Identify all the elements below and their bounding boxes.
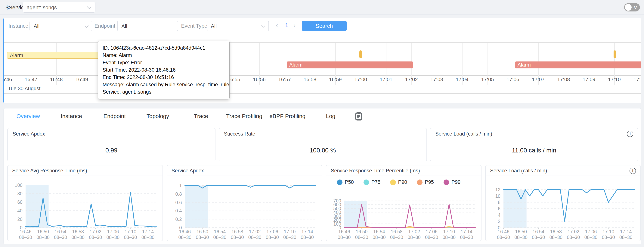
y-tick-label: 12 [495, 187, 500, 192]
x-tick-label: 17:02 [90, 229, 102, 234]
service-select[interactable]: agent::songs [22, 2, 96, 13]
alarm-bar-error[interactable]: Alarm [515, 62, 641, 68]
y-tick-label: 100 [15, 182, 22, 188]
timeline-time-label: 17:01 [373, 77, 399, 83]
y-tick-label: 0.8 [175, 191, 182, 197]
x-tick-label: 17:02 [408, 229, 420, 234]
clipboard-icon[interactable] [355, 112, 363, 121]
legend-item-p50[interactable]: P50 [337, 179, 354, 185]
endpoint-filter-label: Endpoint: [94, 23, 117, 29]
chart-title: Service Load (calls / min) [490, 168, 547, 174]
x-tick-label: 16:54 [532, 229, 544, 234]
x-tick-label: 16:46 [179, 229, 191, 234]
search-button[interactable]: Search [302, 21, 347, 31]
tab-topology[interactable]: Topology [136, 113, 180, 119]
timeline-time-label: 17:03 [424, 77, 450, 83]
instance-select[interactable]: All [30, 21, 92, 31]
tab-log[interactable]: Log [309, 113, 352, 119]
x-tick-sublabel: 08–30 [231, 234, 244, 240]
endpoint-input[interactable]: All [117, 21, 178, 31]
event-panel: Instance: All Endpoint: All Event Type: … [4, 18, 641, 103]
x-tick-sublabel: 08–30 [301, 234, 314, 240]
prev-page-icon[interactable]: ‹ [276, 22, 278, 29]
metric-card-value: 0.99 [106, 147, 118, 154]
chevron-down-icon [261, 25, 266, 28]
x-tick-sublabel: 08–30 [372, 234, 386, 240]
chart-title: Service Avg Response Time (ms) [12, 168, 87, 174]
metric-card-success-rate: Success Rate 100.00 % [219, 128, 427, 161]
y-tick-label: 10 [495, 193, 500, 199]
chart-body: 02040608010016:4608–3016:5008–3016:5408–… [8, 176, 162, 241]
legend-label: P90 [398, 179, 407, 185]
x-tick-label: 17:06 [107, 229, 119, 234]
x-tick-label: 17:02 [249, 229, 261, 234]
x-tick-sublabel: 08–30 [196, 234, 209, 240]
chart-body: 00.20.40.60.8116:4608–3016:5008–3016:540… [167, 176, 322, 241]
tab-ebpf-profiling[interactable]: eBPF Profiling [266, 113, 309, 119]
metric-card-value: 100.00 % [310, 147, 336, 154]
legend-item-p90[interactable]: P90 [390, 179, 407, 185]
chart-legend: P50P75P90P95P99 [337, 179, 460, 185]
tab-instance[interactable]: Instance [50, 113, 93, 119]
y-tick-label: 4 [498, 212, 500, 218]
legend-dot [364, 179, 369, 185]
event-tick-alarm[interactable] [614, 50, 616, 58]
legend-item-p99[interactable]: P99 [444, 179, 460, 185]
legend-dot [444, 179, 449, 185]
x-tick-label: 16:58 [72, 229, 84, 234]
event-type-filter-label: Event Type: [181, 23, 209, 29]
alarm-bar-label: Alarm [518, 62, 531, 68]
event-tooltip: ID: 1064f23a-6eac-4812-a7cd-5d9a84d944c1… [98, 41, 230, 99]
event-type-select-value: All [211, 23, 216, 29]
chart-title: Service Apdex [172, 168, 204, 174]
chart-body: 02468101216:4608–3016:5008–3016:5408–301… [486, 176, 640, 241]
tooltip-line: Name: Alarm [102, 52, 225, 59]
x-tick-sublabel: 08–30 [106, 234, 120, 240]
info-icon[interactable]: i [630, 168, 636, 174]
metric-card-service-load: Service Load (calls / min) i 11.00 calls… [430, 128, 638, 161]
y-tick-label: 60 [17, 199, 22, 205]
x-tick-label: 16:58 [391, 229, 402, 234]
metric-card-service-apdex: Service Apdex 0.99 [7, 128, 216, 161]
x-tick-label: 16:54 [214, 229, 226, 234]
tab-overview[interactable]: Overview [6, 113, 50, 119]
chart-card-header: Service Apdex [167, 165, 322, 176]
chart-card-header: Service Load (calls / min)i [486, 165, 640, 176]
timeline-time-label: 16:47 [18, 77, 44, 83]
x-tick-label: 16:50 [515, 229, 527, 234]
info-icon[interactable]: i [627, 131, 633, 137]
x-tick-sublabel: 08–30 [54, 234, 67, 240]
timeline-time-label: 17:00 [348, 77, 374, 83]
tab-trace[interactable]: Trace [180, 113, 222, 119]
timeline-time-label: 16:59 [322, 77, 348, 83]
legend-dot [390, 179, 396, 185]
next-page-icon[interactable]: › [294, 22, 296, 29]
event-tick-alarm[interactable] [360, 50, 362, 58]
chart-plot: 010020030040050060070016:4608–3016:5008–… [326, 176, 481, 241]
alarm-bar-label: Alarm [10, 53, 23, 58]
x-tick-sublabel: 08–30 [19, 234, 32, 240]
legend-item-p75[interactable]: P75 [364, 179, 380, 185]
timeline-time-label: 16:46 [4, 77, 19, 83]
y-tick-label: 2 [498, 219, 500, 224]
endpoint-input-value: All [121, 23, 127, 29]
tab-endpoint[interactable]: Endpoint [93, 113, 136, 119]
event-type-select[interactable]: All [207, 21, 269, 31]
legend-dot [417, 179, 422, 185]
chart-plot: 02040608010016:4608–3016:5008–3016:5408–… [8, 176, 162, 241]
x-tick-sublabel: 08–30 [602, 234, 615, 240]
x-tick-label: 16:58 [550, 229, 562, 234]
tab-trace-profiling[interactable]: Trace Profiling [222, 113, 266, 119]
x-tick-sublabel: 08–30 [266, 234, 279, 240]
alarm-bar-error[interactable]: Alarm [287, 62, 413, 68]
chart-title: Service Response Time Percentile (ms) [331, 168, 420, 174]
chart-plot: 02468101216:4608–3016:5008–3016:5408–301… [486, 176, 640, 241]
version-toggle[interactable]: V [624, 3, 640, 12]
timeline-time-label: 16:49 [68, 77, 95, 83]
page-number[interactable]: 1 [285, 22, 288, 28]
alarm-highlight-region [26, 185, 49, 228]
legend-item-p95[interactable]: P95 [417, 179, 434, 185]
x-tick-label: 17:10 [602, 229, 614, 234]
x-tick-label: 17:06 [585, 229, 597, 234]
x-tick-sublabel: 08–30 [178, 234, 192, 240]
